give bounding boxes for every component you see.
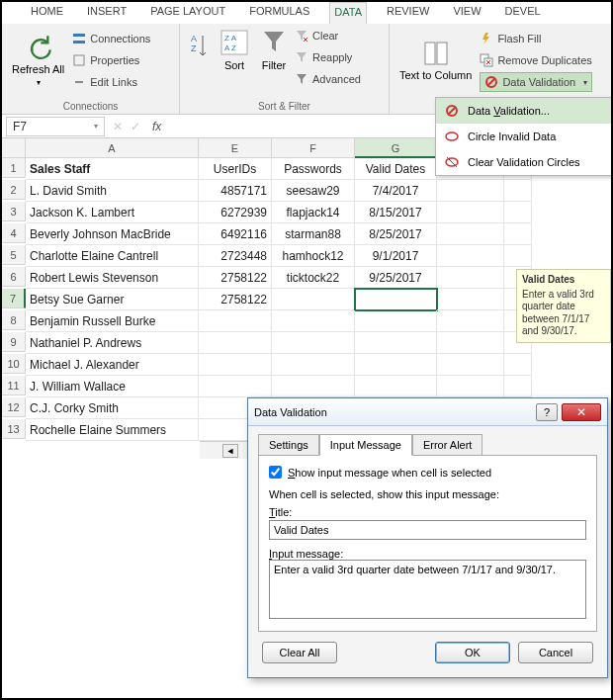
- cell-I10[interactable]: [504, 354, 532, 376]
- cell-G2[interactable]: 7/4/2017: [355, 180, 437, 202]
- cell-A13[interactable]: Rochelle Elaine Summers: [26, 419, 199, 441]
- cell-G6[interactable]: 9/25/2017: [355, 267, 437, 289]
- select-all-corner[interactable]: [2, 138, 26, 158]
- message-input[interactable]: [269, 560, 586, 619]
- cell-H4[interactable]: [437, 223, 504, 245]
- cell-A4[interactable]: Beverly Johnson MacBride: [26, 223, 199, 245]
- row-header-10[interactable]: 10: [2, 354, 26, 374]
- enter-icon[interactable]: ✓: [127, 120, 144, 133]
- refresh-all-button[interactable]: Refresh All ▾: [8, 26, 68, 95]
- cell-I5[interactable]: [504, 245, 532, 267]
- cell-F4[interactable]: starman88: [272, 223, 355, 245]
- cell-I3[interactable]: [504, 202, 532, 223]
- cancel-button[interactable]: Cancel: [518, 642, 593, 663]
- fx-icon[interactable]: fx: [144, 120, 169, 133]
- menu-circle-invalid[interactable]: Circle Invalid Data: [436, 124, 612, 149]
- cell-I2[interactable]: [504, 180, 532, 202]
- reapply-button[interactable]: Reapply: [295, 47, 361, 67]
- cell-F2[interactable]: seesaw29: [272, 180, 355, 202]
- help-button[interactable]: ?: [536, 403, 558, 421]
- column-header-G[interactable]: G: [355, 138, 437, 158]
- advanced-filter-button[interactable]: Advanced: [295, 69, 361, 89]
- title-input[interactable]: [269, 520, 586, 540]
- cell-G10[interactable]: [355, 354, 437, 376]
- row-header-9[interactable]: 9: [2, 332, 26, 352]
- tab-data[interactable]: DATA: [329, 2, 367, 24]
- cell-F9[interactable]: [272, 332, 355, 354]
- cell-E11[interactable]: [199, 376, 272, 397]
- tab-review[interactable]: REVIEW: [383, 2, 433, 24]
- close-button[interactable]: ✕: [562, 403, 601, 421]
- cell-H2[interactable]: [437, 180, 504, 202]
- cell-F6[interactable]: ticktock22: [272, 267, 355, 289]
- cell-F5[interactable]: hamhock12: [272, 245, 355, 267]
- dialog-titlebar[interactable]: Data Validation ? ✕: [248, 398, 607, 426]
- cell-G1[interactable]: Valid Dates: [355, 158, 437, 180]
- clear-all-button[interactable]: Clear All: [262, 642, 337, 663]
- row-header-4[interactable]: 4: [2, 223, 26, 243]
- scroll-left-icon[interactable]: ◄: [222, 444, 238, 458]
- cell-E4[interactable]: 6492116: [199, 223, 272, 245]
- tab-insert[interactable]: INSERT: [83, 2, 131, 24]
- row-header-8[interactable]: 8: [2, 310, 26, 330]
- flash-fill-button[interactable]: Flash Fill: [480, 29, 592, 48]
- cell-G4[interactable]: 8/25/2017: [355, 223, 437, 245]
- name-box[interactable]: F7▾: [6, 117, 105, 136]
- cell-E6[interactable]: 2758122: [199, 267, 272, 289]
- row-header-6[interactable]: 6: [2, 267, 26, 287]
- row-header-3[interactable]: 3: [2, 202, 26, 221]
- cell-E9[interactable]: [199, 332, 272, 354]
- cell-I11[interactable]: [504, 376, 532, 397]
- show-input-message-checkbox[interactable]: Show input message when cell is selected: [269, 466, 586, 479]
- cell-F11[interactable]: [272, 376, 355, 397]
- connections-button[interactable]: Connections: [72, 29, 150, 48]
- tab-home[interactable]: HOME: [27, 2, 67, 24]
- cell-G7[interactable]: [355, 289, 437, 310]
- column-header-F[interactable]: F: [272, 138, 355, 158]
- cell-E3[interactable]: 6272939: [199, 202, 272, 223]
- cell-A12[interactable]: C.J. Corky Smith: [26, 397, 199, 419]
- cell-H9[interactable]: [437, 332, 504, 354]
- cell-E1[interactable]: UserIDs: [199, 158, 272, 180]
- cell-H8[interactable]: [437, 310, 504, 332]
- cell-G9[interactable]: [355, 332, 437, 354]
- cell-A6[interactable]: Robert Lewis Stevenson: [26, 267, 199, 289]
- cell-F3[interactable]: flapjack14: [272, 202, 355, 223]
- row-header-7[interactable]: 7: [2, 289, 26, 308]
- cell-H6[interactable]: [437, 267, 504, 289]
- column-header-E[interactable]: E: [199, 138, 272, 158]
- cell-F10[interactable]: [272, 354, 355, 376]
- cell-E5[interactable]: 2723448: [199, 245, 272, 267]
- cell-A3[interactable]: Jackson K. Lambert: [26, 202, 199, 223]
- cell-G8[interactable]: [355, 310, 437, 332]
- cell-I4[interactable]: [504, 223, 532, 245]
- menu-clear-circles[interactable]: Clear Validation Circles: [436, 149, 612, 175]
- dialog-tab-error-alert[interactable]: Error Alert: [412, 434, 483, 456]
- cell-G3[interactable]: 8/15/2017: [355, 202, 437, 223]
- tab-view[interactable]: VIEW: [449, 2, 484, 24]
- row-header-13[interactable]: 13: [2, 419, 26, 439]
- cell-F8[interactable]: [272, 310, 355, 332]
- cell-A7[interactable]: Betsy Sue Garner: [26, 289, 199, 310]
- sort-az-button[interactable]: AZ: [186, 26, 212, 63]
- cell-E8[interactable]: [199, 310, 272, 332]
- cell-H7[interactable]: [437, 289, 504, 310]
- remove-duplicates-button[interactable]: Remove Duplicates: [480, 50, 592, 70]
- cell-A11[interactable]: J. William Wallace: [26, 376, 199, 397]
- cell-A1[interactable]: Sales Staff: [26, 158, 199, 180]
- row-header-2[interactable]: 2: [2, 180, 26, 200]
- properties-button[interactable]: Properties: [72, 50, 150, 70]
- cell-A8[interactable]: Benjamin Russell Burke: [26, 310, 199, 332]
- sort-button[interactable]: Z AA Z Sort: [216, 26, 253, 73]
- cell-E10[interactable]: [199, 354, 272, 376]
- cell-E2[interactable]: 4857171: [199, 180, 272, 202]
- filter-button[interactable]: Filter: [257, 26, 291, 73]
- clear-filter-button[interactable]: Clear: [295, 26, 361, 45]
- dialog-tab-settings[interactable]: Settings: [258, 434, 319, 456]
- cell-A2[interactable]: L. David Smith: [26, 180, 199, 202]
- cell-H3[interactable]: [437, 202, 504, 223]
- data-validation-button[interactable]: Data Validation▾: [480, 72, 592, 92]
- cancel-icon[interactable]: ✕: [109, 120, 127, 133]
- cell-A10[interactable]: Michael J. Alexander: [26, 354, 199, 376]
- cell-H10[interactable]: [437, 354, 504, 376]
